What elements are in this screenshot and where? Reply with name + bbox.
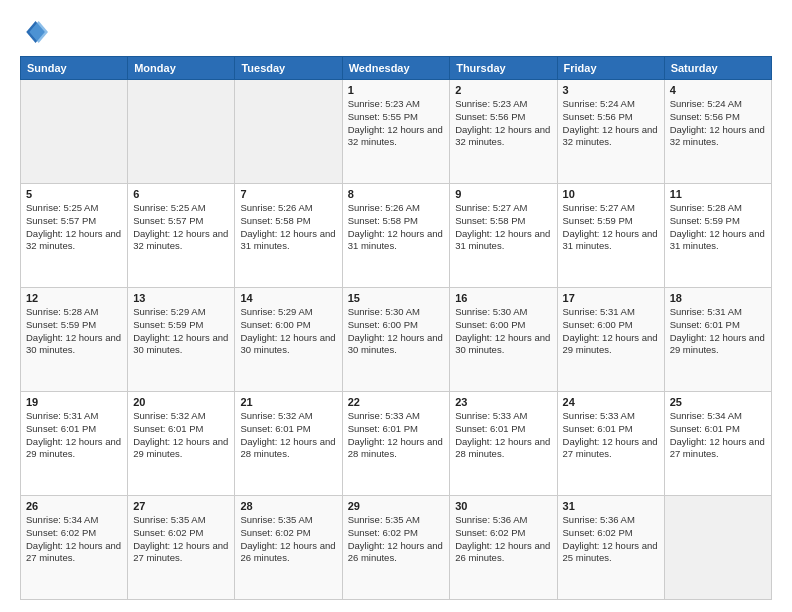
calendar-cell: 23Sunrise: 5:33 AM Sunset: 6:01 PM Dayli… [450,392,557,496]
day-info: Sunrise: 5:32 AM Sunset: 6:01 PM Dayligh… [240,410,336,461]
day-number: 28 [240,500,336,512]
calendar-cell: 29Sunrise: 5:35 AM Sunset: 6:02 PM Dayli… [342,496,450,600]
day-info: Sunrise: 5:24 AM Sunset: 5:56 PM Dayligh… [670,98,766,149]
day-number: 5 [26,188,122,200]
day-info: Sunrise: 5:27 AM Sunset: 5:58 PM Dayligh… [455,202,551,253]
calendar-cell [664,496,771,600]
week-row-1: 1Sunrise: 5:23 AM Sunset: 5:55 PM Daylig… [21,80,772,184]
week-row-4: 19Sunrise: 5:31 AM Sunset: 6:01 PM Dayli… [21,392,772,496]
calendar-cell: 9Sunrise: 5:27 AM Sunset: 5:58 PM Daylig… [450,184,557,288]
day-number: 3 [563,84,659,96]
day-number: 17 [563,292,659,304]
calendar-cell: 26Sunrise: 5:34 AM Sunset: 6:02 PM Dayli… [21,496,128,600]
logo-icon [20,18,48,46]
day-info: Sunrise: 5:35 AM Sunset: 6:02 PM Dayligh… [133,514,229,565]
calendar-cell: 8Sunrise: 5:26 AM Sunset: 5:58 PM Daylig… [342,184,450,288]
svg-marker-1 [29,21,48,43]
day-number: 21 [240,396,336,408]
calendar-cell: 24Sunrise: 5:33 AM Sunset: 6:01 PM Dayli… [557,392,664,496]
day-info: Sunrise: 5:31 AM Sunset: 6:00 PM Dayligh… [563,306,659,357]
day-info: Sunrise: 5:28 AM Sunset: 5:59 PM Dayligh… [670,202,766,253]
weekday-header-tuesday: Tuesday [235,57,342,80]
calendar-table: SundayMondayTuesdayWednesdayThursdayFrid… [20,56,772,600]
day-number: 20 [133,396,229,408]
calendar-cell: 28Sunrise: 5:35 AM Sunset: 6:02 PM Dayli… [235,496,342,600]
day-info: Sunrise: 5:31 AM Sunset: 6:01 PM Dayligh… [26,410,122,461]
day-info: Sunrise: 5:29 AM Sunset: 6:00 PM Dayligh… [240,306,336,357]
day-number: 7 [240,188,336,200]
day-number: 4 [670,84,766,96]
day-info: Sunrise: 5:30 AM Sunset: 6:00 PM Dayligh… [348,306,445,357]
day-info: Sunrise: 5:33 AM Sunset: 6:01 PM Dayligh… [455,410,551,461]
weekday-header-sunday: Sunday [21,57,128,80]
calendar-cell: 18Sunrise: 5:31 AM Sunset: 6:01 PM Dayli… [664,288,771,392]
day-number: 16 [455,292,551,304]
day-info: Sunrise: 5:26 AM Sunset: 5:58 PM Dayligh… [348,202,445,253]
calendar-cell: 5Sunrise: 5:25 AM Sunset: 5:57 PM Daylig… [21,184,128,288]
day-info: Sunrise: 5:36 AM Sunset: 6:02 PM Dayligh… [563,514,659,565]
day-number: 2 [455,84,551,96]
day-number: 12 [26,292,122,304]
day-info: Sunrise: 5:34 AM Sunset: 6:02 PM Dayligh… [26,514,122,565]
calendar-cell: 27Sunrise: 5:35 AM Sunset: 6:02 PM Dayli… [128,496,235,600]
calendar-cell: 31Sunrise: 5:36 AM Sunset: 6:02 PM Dayli… [557,496,664,600]
calendar-cell: 3Sunrise: 5:24 AM Sunset: 5:56 PM Daylig… [557,80,664,184]
day-number: 1 [348,84,445,96]
day-number: 25 [670,396,766,408]
calendar-cell: 30Sunrise: 5:36 AM Sunset: 6:02 PM Dayli… [450,496,557,600]
week-row-2: 5Sunrise: 5:25 AM Sunset: 5:57 PM Daylig… [21,184,772,288]
day-info: Sunrise: 5:31 AM Sunset: 6:01 PM Dayligh… [670,306,766,357]
day-number: 27 [133,500,229,512]
calendar-cell: 12Sunrise: 5:28 AM Sunset: 5:59 PM Dayli… [21,288,128,392]
day-info: Sunrise: 5:26 AM Sunset: 5:58 PM Dayligh… [240,202,336,253]
logo [20,18,50,46]
day-info: Sunrise: 5:30 AM Sunset: 6:00 PM Dayligh… [455,306,551,357]
weekday-header-monday: Monday [128,57,235,80]
calendar-cell [235,80,342,184]
day-number: 31 [563,500,659,512]
calendar-cell: 4Sunrise: 5:24 AM Sunset: 5:56 PM Daylig… [664,80,771,184]
day-info: Sunrise: 5:33 AM Sunset: 6:01 PM Dayligh… [563,410,659,461]
calendar-cell: 2Sunrise: 5:23 AM Sunset: 5:56 PM Daylig… [450,80,557,184]
weekday-header-row: SundayMondayTuesdayWednesdayThursdayFrid… [21,57,772,80]
day-number: 23 [455,396,551,408]
calendar-cell: 19Sunrise: 5:31 AM Sunset: 6:01 PM Dayli… [21,392,128,496]
day-number: 15 [348,292,445,304]
day-number: 19 [26,396,122,408]
day-number: 8 [348,188,445,200]
weekday-header-wednesday: Wednesday [342,57,450,80]
day-info: Sunrise: 5:35 AM Sunset: 6:02 PM Dayligh… [348,514,445,565]
day-info: Sunrise: 5:35 AM Sunset: 6:02 PM Dayligh… [240,514,336,565]
calendar-cell: 11Sunrise: 5:28 AM Sunset: 5:59 PM Dayli… [664,184,771,288]
day-number: 11 [670,188,766,200]
day-info: Sunrise: 5:23 AM Sunset: 5:56 PM Dayligh… [455,98,551,149]
day-number: 13 [133,292,229,304]
weekday-header-friday: Friday [557,57,664,80]
calendar-cell: 21Sunrise: 5:32 AM Sunset: 6:01 PM Dayli… [235,392,342,496]
day-info: Sunrise: 5:32 AM Sunset: 6:01 PM Dayligh… [133,410,229,461]
calendar-cell: 15Sunrise: 5:30 AM Sunset: 6:00 PM Dayli… [342,288,450,392]
calendar-cell: 13Sunrise: 5:29 AM Sunset: 5:59 PM Dayli… [128,288,235,392]
day-info: Sunrise: 5:36 AM Sunset: 6:02 PM Dayligh… [455,514,551,565]
calendar-cell [128,80,235,184]
day-number: 6 [133,188,229,200]
day-info: Sunrise: 5:28 AM Sunset: 5:59 PM Dayligh… [26,306,122,357]
day-info: Sunrise: 5:25 AM Sunset: 5:57 PM Dayligh… [26,202,122,253]
day-info: Sunrise: 5:29 AM Sunset: 5:59 PM Dayligh… [133,306,229,357]
week-row-3: 12Sunrise: 5:28 AM Sunset: 5:59 PM Dayli… [21,288,772,392]
day-number: 29 [348,500,445,512]
calendar-cell: 17Sunrise: 5:31 AM Sunset: 6:00 PM Dayli… [557,288,664,392]
calendar-cell: 10Sunrise: 5:27 AM Sunset: 5:59 PM Dayli… [557,184,664,288]
calendar-cell: 16Sunrise: 5:30 AM Sunset: 6:00 PM Dayli… [450,288,557,392]
day-number: 26 [26,500,122,512]
weekday-header-saturday: Saturday [664,57,771,80]
calendar-cell: 14Sunrise: 5:29 AM Sunset: 6:00 PM Dayli… [235,288,342,392]
calendar-cell: 25Sunrise: 5:34 AM Sunset: 6:01 PM Dayli… [664,392,771,496]
calendar-cell [21,80,128,184]
day-info: Sunrise: 5:24 AM Sunset: 5:56 PM Dayligh… [563,98,659,149]
day-info: Sunrise: 5:34 AM Sunset: 6:01 PM Dayligh… [670,410,766,461]
calendar-cell: 22Sunrise: 5:33 AM Sunset: 6:01 PM Dayli… [342,392,450,496]
calendar-cell: 7Sunrise: 5:26 AM Sunset: 5:58 PM Daylig… [235,184,342,288]
day-number: 22 [348,396,445,408]
calendar-cell: 6Sunrise: 5:25 AM Sunset: 5:57 PM Daylig… [128,184,235,288]
